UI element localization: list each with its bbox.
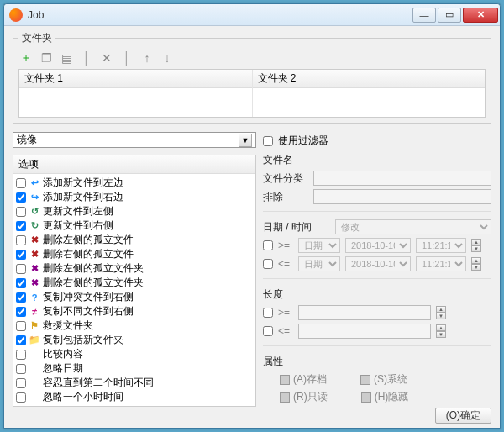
- window-title: Job: [28, 9, 411, 21]
- options-header: 选项: [13, 155, 255, 174]
- option-icon: 📁: [29, 335, 40, 346]
- option-icon: ↪: [29, 192, 40, 203]
- option-row[interactable]: ↪添加新文件到右边: [14, 190, 255, 204]
- sep1: │: [79, 50, 94, 66]
- up-icon[interactable]: ↑: [139, 50, 155, 66]
- chevron-down-icon: ▼: [239, 134, 252, 147]
- option-row[interactable]: ?复制冲突文件到右侧: [14, 290, 255, 304]
- option-checkbox[interactable]: [16, 335, 26, 345]
- option-row[interactable]: 容忍直到第二个时间不同: [14, 376, 255, 390]
- option-checkbox[interactable]: [16, 178, 26, 188]
- folders-fieldset: 文件夹 ＋ ❐ ▤ │ ✕ │ ↑ ↓ 文件夹 1 文件夹 2: [13, 31, 491, 124]
- date-lte-row: <= 日期 2018-10-10 11:21:10 ▲▼: [263, 256, 491, 271]
- len-lte-checkbox[interactable]: [263, 326, 273, 336]
- option-checkbox[interactable]: [16, 378, 26, 388]
- option-checkbox[interactable]: [16, 264, 26, 274]
- exclude-input[interactable]: [313, 189, 491, 204]
- option-checkbox[interactable]: [16, 278, 26, 288]
- category-input[interactable]: [313, 171, 491, 186]
- attr-system[interactable]: (S)系统: [360, 372, 407, 387]
- len-lte-label: <=: [278, 325, 293, 337]
- option-checkbox[interactable]: [16, 307, 26, 317]
- len-gte-spinner[interactable]: ▲▼: [436, 306, 446, 319]
- option-row[interactable]: 📁复制包括新文件夹: [14, 333, 255, 347]
- use-filter-row: 使用过滤器: [263, 134, 491, 148]
- minimize-button[interactable]: —: [412, 8, 436, 23]
- add-icon[interactable]: ＋: [18, 50, 34, 66]
- option-label: 忽略一个小时时间: [43, 390, 123, 404]
- ok-button[interactable]: (O)确定: [435, 408, 491, 424]
- gte-checkbox[interactable]: [263, 240, 273, 250]
- option-checkbox[interactable]: [16, 250, 26, 260]
- folder-header-2[interactable]: 文件夹 2: [253, 70, 486, 88]
- filename-label: 文件名: [263, 153, 491, 167]
- option-checkbox[interactable]: [16, 192, 26, 203]
- option-label: 添加新文件到右边: [43, 190, 123, 204]
- options-list[interactable]: ↩添加新文件到左边↪添加新文件到右边↺更新文件到左侧↻更新文件到右侧✖删除左侧的…: [13, 174, 255, 406]
- len-gte-checkbox[interactable]: [263, 308, 273, 318]
- exclude-label: 排除: [263, 190, 308, 204]
- option-row[interactable]: ✖删除右侧的孤立文件: [14, 247, 255, 261]
- datetime-label: 日期 / 时间: [263, 220, 330, 234]
- edit-icon[interactable]: ▤: [59, 50, 74, 66]
- mode-combo-value: 镜像: [17, 133, 37, 147]
- gte-spinner[interactable]: ▲▼: [471, 239, 481, 252]
- option-checkbox[interactable]: [16, 235, 26, 245]
- option-checkbox[interactable]: [16, 292, 26, 303]
- option-row[interactable]: ✖删除右侧的孤立文件夹: [14, 276, 255, 290]
- option-label: 删除右侧的孤立文件夹: [43, 276, 144, 290]
- option-checkbox[interactable]: [16, 364, 26, 374]
- gte-label: >=: [278, 240, 293, 251]
- option-checkbox[interactable]: [16, 392, 26, 403]
- mode-combo[interactable]: 镜像 ▼: [13, 132, 256, 148]
- option-label: 添加新文件到左边: [43, 176, 123, 190]
- option-label: 删除右侧的孤立文件: [43, 247, 134, 261]
- attr-hidden[interactable]: (H)隐藏: [361, 390, 409, 404]
- len-lte-spinner[interactable]: ▲▼: [436, 324, 446, 338]
- option-row[interactable]: ✖删除左侧的孤立文件: [14, 233, 255, 247]
- down-icon[interactable]: ↓: [160, 50, 175, 66]
- lte-label: <=: [278, 258, 293, 270]
- option-row[interactable]: 忽略一个小时时间: [14, 390, 255, 404]
- gte-type-select[interactable]: 日期: [298, 238, 340, 253]
- lte-spinner[interactable]: ▲▼: [471, 257, 481, 271]
- lte-type-select[interactable]: 日期: [298, 256, 340, 271]
- date-gte-row: >= 日期 2018-10-10 11:21:10 ▲▼: [263, 238, 491, 253]
- option-row[interactable]: ↩添加新文件到左边: [14, 176, 255, 190]
- option-icon: ≠: [29, 306, 40, 318]
- option-row[interactable]: ↻更新文件到右侧: [14, 219, 255, 233]
- copy-icon[interactable]: ❐: [39, 50, 54, 66]
- datetime-mode-select[interactable]: 修改: [335, 219, 491, 234]
- option-row[interactable]: 比较内容: [14, 347, 255, 361]
- lte-checkbox[interactable]: [263, 259, 273, 269]
- option-row[interactable]: ✖删除左侧的孤立文件夹: [14, 261, 255, 276]
- option-row[interactable]: ≠复制不同文件到右侧: [14, 304, 255, 319]
- length-label: 长度: [263, 287, 491, 302]
- option-checkbox[interactable]: [16, 207, 26, 217]
- right-column: 使用过滤器 文件名 文件分类 排除 日期 / 时间 修改: [263, 132, 491, 403]
- option-icon: ⚑: [29, 320, 40, 332]
- job-window: Job — ▭ ✕ 文件夹 ＋ ❐ ▤ │ ✕ │ ↑ ↓ 文件夹 1 文件: [3, 3, 501, 429]
- titlebar: Job — ▭ ✕: [4, 4, 500, 26]
- option-checkbox[interactable]: [16, 221, 26, 231]
- len-lte-input[interactable]: [298, 324, 431, 339]
- option-icon: ✖: [29, 234, 40, 246]
- lte-time-select[interactable]: 11:21:10: [416, 256, 466, 271]
- option-row[interactable]: ↺更新文件到左侧: [14, 204, 255, 219]
- option-checkbox[interactable]: [16, 350, 26, 360]
- close-button[interactable]: ✕: [463, 8, 498, 23]
- attr-archive[interactable]: (A)存档: [280, 372, 327, 387]
- gte-date-select[interactable]: 2018-10-10: [345, 238, 411, 253]
- option-row[interactable]: 忽略日期: [14, 361, 255, 376]
- maximize-button[interactable]: ▭: [438, 8, 461, 23]
- content: 文件夹 ＋ ❐ ▤ │ ✕ │ ↑ ↓ 文件夹 1 文件夹 2: [4, 26, 500, 428]
- use-filter-checkbox[interactable]: [263, 136, 273, 146]
- folder-header-1[interactable]: 文件夹 1: [19, 70, 252, 88]
- delete-icon[interactable]: ✕: [99, 50, 114, 66]
- option-checkbox[interactable]: [16, 321, 26, 331]
- len-gte-input[interactable]: [298, 305, 431, 320]
- lte-date-select[interactable]: 2018-10-10: [345, 256, 411, 271]
- attr-readonly[interactable]: (R)只读: [280, 390, 328, 404]
- option-row[interactable]: ⚑救援文件夹: [14, 319, 255, 333]
- gte-time-select[interactable]: 11:21:10: [416, 238, 466, 253]
